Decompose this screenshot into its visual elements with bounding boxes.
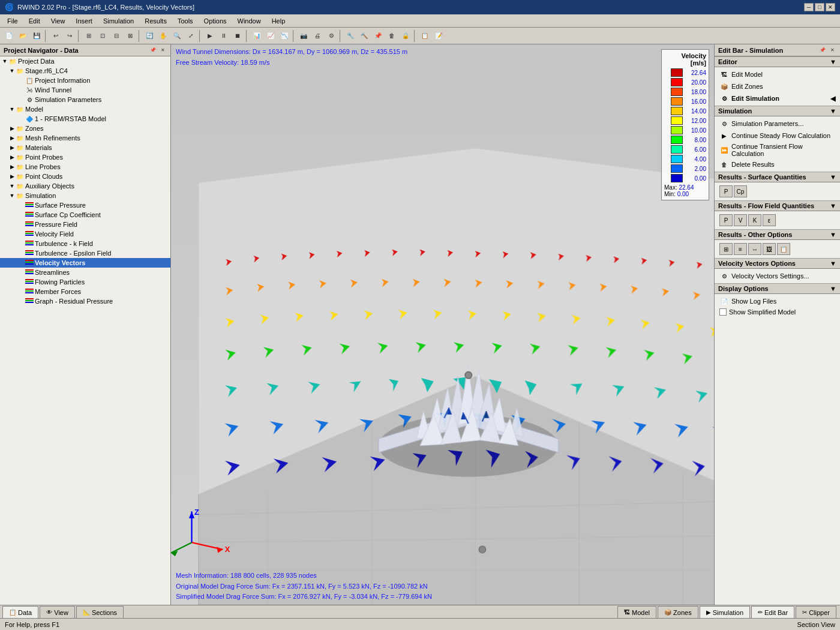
expand-stage[interactable]: ▼: [8, 67, 16, 74]
tree-pressfield[interactable]: Pressure Field: [0, 220, 170, 229]
tree-materials[interactable]: ▶ 📁 Materials: [0, 143, 170, 152]
toolbar-misc2[interactable]: 🔨: [358, 29, 371, 43]
expand-pointclouds[interactable]: ▶: [8, 173, 16, 180]
tree-pointprobes[interactable]: ▶ 📁 Point Probes: [0, 152, 170, 162]
tree-root[interactable]: ▼ 📁 Project Data: [0, 56, 170, 66]
tree-graphresidual[interactable]: Graph - Residual Pressure: [0, 296, 170, 306]
expand-root[interactable]: ▼: [1, 58, 8, 65]
right-show-log[interactable]: 📄 Show Log Files: [715, 295, 840, 307]
right-transient-flow[interactable]: ⏩ Continue Transient Flow Calculation: [715, 142, 840, 158]
toolbar-zoomfit[interactable]: ⤢: [184, 29, 197, 43]
surface-btn-cp[interactable]: Cp: [734, 185, 747, 197]
toolbar-misc1[interactable]: 🔧: [344, 29, 357, 43]
tree-simulation-folder[interactable]: ▼ 📁 Simulation: [0, 191, 170, 200]
tab-zones[interactable]: 📦 Zones: [658, 606, 698, 618]
tree-turbk[interactable]: Turbulence - k Field: [0, 239, 170, 248]
tab-editbar[interactable]: ✏ Edit Bar: [751, 606, 794, 618]
menu-file[interactable]: File: [2, 16, 23, 26]
toolbar-print[interactable]: 🖨: [311, 29, 324, 43]
menu-options[interactable]: Options: [199, 16, 232, 26]
other-btn-grid[interactable]: ⊞: [719, 243, 733, 255]
right-show-simplified[interactable]: Show Simplified Model: [715, 307, 840, 317]
flow-btn-v[interactable]: V: [734, 214, 747, 226]
toolbar-results2[interactable]: 📈: [264, 29, 277, 43]
right-delete-results[interactable]: 🗑 Delete Results: [715, 158, 840, 170]
tree-stage[interactable]: ▼ 📁 Stage.rf6_LC4: [0, 66, 170, 76]
center-viewport[interactable]: Z X Y Wind Tunnel Dimensions:: [171, 44, 714, 605]
right-steady-flow[interactable]: ▶ Continue Steady Flow Calculation: [715, 130, 840, 142]
simplified-checkbox[interactable]: [719, 308, 727, 316]
tree-windtunnel[interactable]: 🌬 Wind Tunnel: [0, 85, 170, 95]
right-edit-model[interactable]: 🏗 Edit Model: [715, 68, 840, 80]
toolbar-results1[interactable]: 📊: [250, 29, 263, 43]
maximize-button[interactable]: □: [815, 3, 824, 11]
toolbar-pan[interactable]: ✋: [157, 29, 170, 43]
right-panel-close[interactable]: ✕: [828, 46, 836, 55]
expand-pointprobes[interactable]: ▶: [8, 154, 16, 161]
other-btn-image[interactable]: 🖼: [763, 243, 776, 255]
tab-view[interactable]: 👁 View: [40, 606, 75, 618]
surface-btn-p[interactable]: P: [719, 185, 733, 197]
toolbar-misc6[interactable]: 📋: [418, 29, 431, 43]
toolbar-view3[interactable]: ⊠: [124, 29, 137, 43]
tree-rfem[interactable]: 🔷 1 - RFEM/RSTAB Model: [0, 114, 170, 124]
panel-pin[interactable]: 📌: [149, 46, 157, 55]
tab-clipper[interactable]: ✂ Clipper: [796, 606, 836, 618]
tree-velvectors[interactable]: Velocity Vectors: [0, 258, 170, 268]
menu-simulation[interactable]: Simulation: [98, 16, 139, 26]
expand-materials[interactable]: ▶: [8, 144, 16, 151]
toolbar-view1[interactable]: ⊡: [96, 29, 109, 43]
tree-simparam[interactable]: ⚙ Simulation Parameters: [0, 95, 170, 104]
toolbar-zoom[interactable]: 🔍: [170, 29, 184, 43]
right-edit-simulation[interactable]: ⚙ Edit Simulation ◀: [715, 92, 840, 104]
tree-projinfo[interactable]: 📋 Project Information: [0, 76, 170, 85]
toolbar-new[interactable]: 📄: [2, 29, 16, 43]
tree-turbeps[interactable]: Turbulence - Epsilon Field: [0, 248, 170, 258]
flow-btn-p[interactable]: P: [719, 214, 733, 226]
other-btn-copy[interactable]: 📋: [777, 243, 790, 255]
tab-data[interactable]: 📋 Data: [2, 606, 38, 618]
toolbar-redo[interactable]: ↪: [63, 29, 76, 43]
expand-lineprobes[interactable]: ▶: [8, 163, 16, 170]
expand-zones[interactable]: ▶: [8, 125, 16, 132]
other-btn-arrows[interactable]: ↔: [748, 243, 761, 255]
menu-results[interactable]: Results: [140, 16, 172, 26]
toolbar-select[interactable]: ⊞: [82, 29, 95, 43]
right-vel-settings[interactable]: ⚙ Velocity Vectors Settings...: [715, 270, 840, 282]
toolbar-undo[interactable]: ↩: [49, 29, 62, 43]
expand-auxobjects[interactable]: ▼: [8, 182, 16, 190]
toolbar-screenshot[interactable]: 📷: [297, 29, 310, 43]
menu-help[interactable]: Help: [267, 16, 290, 26]
toolbar-misc4[interactable]: 🗑: [385, 29, 398, 43]
toolbar-pause[interactable]: ⏸: [217, 29, 230, 43]
other-btn-layers[interactable]: ≡: [734, 243, 747, 255]
tree-auxobjects[interactable]: ▼ 📁 Auxiliary Objects: [0, 181, 170, 191]
minimize-button[interactable]: ─: [804, 3, 814, 11]
title-bar-controls[interactable]: ─ □ ✕: [804, 3, 835, 11]
tree-lineprobes[interactable]: ▶ 📁 Line Probes: [0, 162, 170, 172]
flow-btn-k[interactable]: K: [748, 214, 761, 226]
tree-memberforces[interactable]: Member Forces: [0, 287, 170, 296]
tree-pointclouds[interactable]: ▶ 📁 Point Clouds: [0, 172, 170, 181]
tree-streamlines[interactable]: Streamlines: [0, 268, 170, 277]
tab-sections[interactable]: 📐 Sections: [76, 606, 124, 618]
toolbar-view2[interactable]: ⊟: [110, 29, 123, 43]
right-edit-zones[interactable]: 📦 Edit Zones: [715, 80, 840, 92]
toolbar-save[interactable]: 💾: [30, 29, 43, 43]
toolbar-results3[interactable]: 📉: [278, 29, 291, 43]
menu-view[interactable]: View: [46, 16, 70, 26]
toolbar-stop[interactable]: ⏹: [231, 29, 244, 43]
tree-flowparticles[interactable]: Flowing Particles: [0, 277, 170, 287]
menu-insert[interactable]: Insert: [71, 16, 97, 26]
expand-model[interactable]: ▼: [8, 106, 16, 113]
toolbar-open[interactable]: 📂: [16, 29, 29, 43]
expand-mesh[interactable]: ▶: [8, 134, 16, 142]
toolbar-settings[interactable]: ⚙: [325, 29, 338, 43]
menu-edit[interactable]: Edit: [24, 16, 45, 26]
right-panel-pin[interactable]: 📌: [818, 46, 827, 55]
toolbar-misc3[interactable]: 📌: [371, 29, 385, 43]
toolbar-rotate[interactable]: 🔄: [143, 29, 156, 43]
tree-surfpressure[interactable]: Surface Pressure: [0, 200, 170, 210]
toolbar-misc5[interactable]: 🔒: [399, 29, 412, 43]
expand-simulation[interactable]: ▼: [8, 192, 16, 199]
